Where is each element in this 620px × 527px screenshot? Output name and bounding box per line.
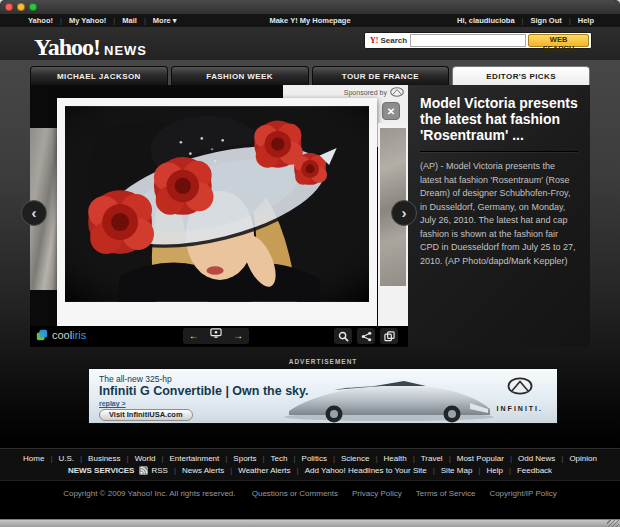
topic-tab[interactable]: FASHION WEEK: [171, 66, 309, 85]
footer-link[interactable]: Sports: [219, 454, 256, 463]
footer-service-link[interactable]: News Alerts: [168, 466, 224, 475]
ad-brand: INFINITI.: [497, 377, 543, 415]
photo-headline: Model Victoria presents the latest hat f…: [420, 95, 578, 152]
topbar-link[interactable]: Yahoo!: [28, 16, 53, 25]
chevron-left-icon[interactable]: ‹: [21, 200, 47, 226]
legal-link[interactable]: Terms of Service: [416, 489, 476, 498]
resize-grip[interactable]: [607, 520, 619, 527]
cooliris-text-cool: cool: [52, 329, 72, 341]
ad-banner[interactable]: The all-new 325-hp Infiniti G Convertibl…: [88, 368, 558, 424]
footer-link[interactable]: Entertainment: [155, 454, 219, 463]
zoom-icon[interactable]: [334, 328, 352, 344]
footer-link[interactable]: Tech: [256, 454, 287, 463]
gallery-tools: [334, 328, 398, 344]
main-photo[interactable]: [57, 98, 377, 326]
yahoo-logo-text: Yahoo!: [34, 34, 100, 61]
legal-link[interactable]: Privacy Policy: [352, 489, 402, 498]
site-header: Yahoo! NEWS Y! Search WEB SEARCH: [0, 27, 620, 60]
footer-link[interactable]: Politics: [287, 454, 326, 463]
footer-link[interactable]: Health: [369, 454, 406, 463]
topbar-link[interactable]: More ▾: [137, 16, 177, 25]
infiniti-logo-icon: [390, 87, 404, 97]
photo-info-panel: Model Victoria presents the latest hat f…: [408, 85, 590, 347]
yahoo-news-logo[interactable]: Yahoo! NEWS: [34, 34, 147, 61]
topbar-link[interactable]: Mail: [106, 16, 137, 25]
footer-links-bar: HomeU.S.BusinessWorldEntertainmentSports…: [0, 448, 620, 481]
page-body: MICHAEL JACKSON FASHION WEEK TOUR DE FRA…: [0, 60, 620, 448]
photo-region: Sponsored by ✕ ‹: [30, 85, 408, 347]
ad-text-line2: Infiniti G Convertible | Own the sky.: [99, 384, 309, 398]
news-logo-text: NEWS: [104, 43, 147, 58]
cooliris-logo[interactable]: cooliris: [36, 329, 86, 341]
topbar-left-links: Yahoo!My Yahoo!MailMore ▾: [28, 16, 177, 25]
make-homepage-link[interactable]: Make Y! My Homepage: [269, 16, 350, 25]
window-bottom-edge: [0, 519, 620, 527]
photo-caption: (AP) - Model Victoria presents the lates…: [420, 160, 578, 268]
footer-link[interactable]: Opinion: [555, 454, 597, 463]
yahoo-top-bar: Yahoo!My Yahoo!MailMore ▾ Make Y! My Hom…: [0, 14, 620, 27]
footer-link[interactable]: Most Popular: [443, 454, 504, 463]
share-icon[interactable]: [357, 328, 375, 344]
topic-tabs: MICHAEL JACKSON FASHION WEEK TOUR DE FRA…: [30, 66, 590, 85]
gallery-toolbar: cooliris ← →: [30, 326, 408, 347]
footer-link[interactable]: Odd News: [504, 454, 555, 463]
window-close-button[interactable]: [5, 3, 13, 11]
footer-service-link[interactable]: RSS: [151, 466, 167, 475]
page-footer: HomeU.S.BusinessWorldEntertainmentSports…: [0, 448, 620, 519]
copy-embed-icon[interactable]: [380, 328, 398, 344]
rss-icon: [139, 466, 148, 475]
footer-service-link[interactable]: Add Yahoo! Headlines to Your Site: [291, 466, 427, 475]
footer-service-link[interactable]: Help: [472, 466, 503, 475]
footer-link[interactable]: Travel: [407, 454, 443, 463]
topic-tab[interactable]: TOUR DE FRANCE: [312, 66, 450, 85]
window-titlebar: [0, 0, 620, 14]
topic-tab[interactable]: MICHAEL JACKSON: [30, 66, 168, 85]
news-services-label: NEWS SERVICES: [68, 466, 135, 475]
yahoo-y-icon: Y!: [370, 36, 378, 45]
chevron-right-icon[interactable]: ›: [391, 200, 417, 226]
model-hat-photo: [65, 106, 369, 302]
topbar-link[interactable]: My Yahoo!: [53, 16, 106, 25]
footer-service-link[interactable]: Weather Alerts: [224, 466, 290, 475]
slideshow-icon[interactable]: [210, 328, 222, 344]
footer-links-row1: HomeU.S.BusinessWorldEntertainmentSports…: [0, 454, 620, 463]
next-arrow-icon[interactable]: →: [233, 328, 243, 344]
legal-link[interactable]: Questions or Comments: [252, 489, 338, 498]
window-minimize-button[interactable]: [17, 3, 25, 11]
topbar-link[interactable]: Help: [562, 16, 594, 25]
footer-link[interactable]: Home: [23, 454, 44, 463]
advertisement-label: ADVERTISEMENT: [88, 358, 558, 365]
sponsored-strip: Sponsored by: [283, 85, 408, 99]
ad-cta-button[interactable]: Visit InfinitiUSA.com: [99, 409, 193, 421]
footer-links-row2: NEWS SERVICES RSSNews AlertsWeather Aler…: [0, 466, 620, 475]
topbar-link[interactable]: Hi, claudiucioba: [457, 16, 515, 25]
ad-replay-link[interactable]: replay >: [99, 400, 126, 407]
footer-link[interactable]: Business: [74, 454, 121, 463]
tab-label: MICHAEL JACKSON: [57, 72, 141, 81]
tab-label: FASHION WEEK: [206, 72, 273, 81]
footer-link[interactable]: U.S.: [44, 454, 74, 463]
tab-label: EDITOR'S PICKS: [486, 72, 556, 81]
ad-text-line1: The all-new 325-hp: [99, 374, 172, 384]
ad-brand-name: INFINITI.: [497, 405, 543, 412]
web-search-button[interactable]: WEB SEARCH: [528, 34, 589, 47]
cooliris-text-iris: iris: [72, 329, 86, 341]
footer-service-link[interactable]: Feedback: [503, 466, 552, 475]
topic-tab[interactable]: EDITOR'S PICKS: [452, 66, 590, 85]
footer-link[interactable]: Science: [327, 454, 370, 463]
footer-service-link[interactable]: Site Map: [427, 466, 473, 475]
photo-gallery: Sponsored by ✕ ‹: [30, 85, 590, 347]
copyright-row: Copyright © 2009 Yahoo! Inc. All rights …: [0, 489, 620, 498]
infiniti-logo-icon: [506, 377, 534, 395]
search-input[interactable]: [410, 34, 526, 47]
legal-link[interactable]: Copyright/IP Policy: [489, 489, 556, 498]
topbar-link[interactable]: Sign Out: [515, 16, 562, 25]
tab-label: TOUR DE FRANCE: [342, 72, 419, 81]
close-icon[interactable]: ✕: [382, 102, 400, 120]
browser-window: Yahoo!My Yahoo!MailMore ▾ Make Y! My Hom…: [0, 0, 620, 527]
previous-arrow-icon[interactable]: ←: [189, 328, 199, 344]
ad-car-image: [274, 373, 504, 423]
footer-link[interactable]: World: [121, 454, 156, 463]
search-label: Search: [380, 36, 407, 45]
window-zoom-button[interactable]: [29, 3, 37, 11]
